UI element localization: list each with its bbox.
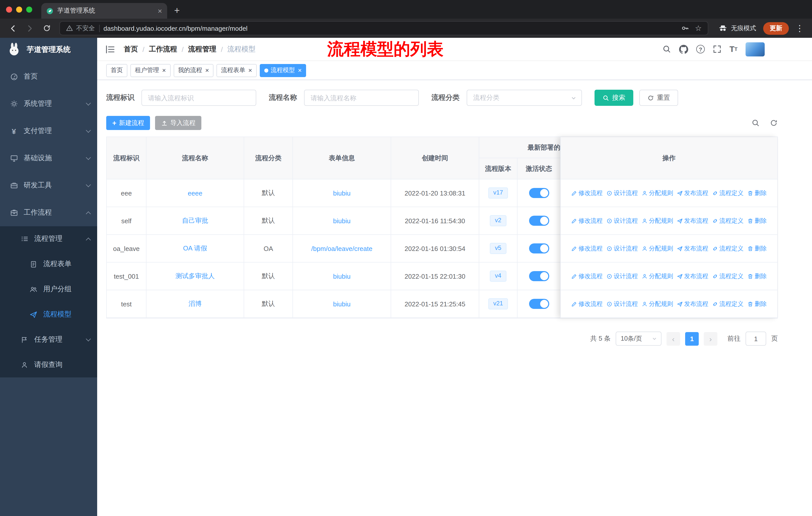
close-icon[interactable]: ×: [205, 67, 209, 74]
close-icon[interactable]: ×: [162, 67, 166, 74]
sidebar-item-process-model[interactable]: 流程模型: [0, 302, 97, 327]
process-name-link[interactable]: 测试多审批人: [175, 272, 215, 281]
sidebar-item-devtools[interactable]: 研发工具: [0, 172, 97, 199]
address-bar[interactable]: 不安全 dashboard.yudao.iocoder.cn/bpm/manag…: [59, 21, 708, 35]
macos-close-button[interactable]: [6, 6, 12, 12]
action-edit-link[interactable]: 修改流程: [571, 189, 603, 197]
process-name-link[interactable]: 自己审批: [182, 216, 208, 225]
security-warning[interactable]: 不安全: [66, 24, 95, 32]
new-tab-button[interactable]: +: [174, 5, 180, 16]
next-page-button[interactable]: ›: [704, 332, 717, 346]
prev-page-button[interactable]: ‹: [667, 332, 680, 346]
refresh-table-icon[interactable]: [770, 119, 778, 127]
sidebar-item-process-mgmt[interactable]: 流程管理: [0, 226, 97, 251]
reload-button[interactable]: [39, 21, 54, 35]
back-button[interactable]: [5, 21, 20, 35]
action-delete-link[interactable]: 删除: [748, 189, 767, 197]
font-size-icon[interactable]: TT: [729, 45, 737, 53]
action-publish-link[interactable]: 发布流程: [677, 300, 708, 308]
close-icon[interactable]: ×: [298, 67, 302, 74]
sidebar-item-system[interactable]: 系统管理: [0, 90, 97, 117]
category-select[interactable]: 流程分类: [467, 90, 582, 106]
action-design-link[interactable]: 设计流程: [607, 300, 638, 308]
action-assign-link[interactable]: 分配规则: [642, 189, 673, 197]
form-info-link[interactable]: biubiu: [333, 300, 350, 308]
action-delete-link[interactable]: 删除: [748, 216, 767, 225]
sidebar-item-task-mgmt[interactable]: 任务管理: [0, 327, 97, 352]
action-edit-link[interactable]: 修改流程: [571, 244, 603, 253]
process-key-input[interactable]: [141, 90, 256, 106]
close-icon[interactable]: ×: [248, 67, 252, 74]
action-definition-link[interactable]: 流程定义: [712, 244, 744, 253]
action-design-link[interactable]: 设计流程: [607, 272, 638, 280]
action-assign-link[interactable]: 分配规则: [642, 244, 673, 253]
password-key-icon[interactable]: [681, 24, 689, 32]
view-tab[interactable]: 首页: [106, 64, 127, 77]
view-tab[interactable]: 我的流程×: [173, 64, 213, 77]
form-info-link[interactable]: biubiu: [333, 272, 350, 280]
process-name-link[interactable]: 滔博: [188, 299, 202, 308]
breadcrumb-item[interactable]: 流程管理: [188, 45, 216, 54]
import-process-button[interactable]: 导入流程: [155, 116, 201, 130]
page-size-select[interactable]: 10条/页: [616, 332, 662, 346]
breadcrumb-item[interactable]: 首页: [124, 45, 138, 54]
form-info-link[interactable]: biubiu: [333, 189, 350, 197]
action-definition-link[interactable]: 流程定义: [712, 300, 744, 308]
user-avatar[interactable]: [746, 42, 765, 56]
view-tab[interactable]: 租户管理×: [130, 64, 170, 77]
reset-button[interactable]: 重置: [639, 90, 678, 106]
fullscreen-icon[interactable]: [713, 45, 721, 53]
sidebar-item-user-group[interactable]: 用户分组: [0, 277, 97, 302]
search-icon[interactable]: [663, 45, 671, 53]
help-icon[interactable]: ?: [696, 45, 705, 53]
bookmark-star-icon[interactable]: ☆: [695, 24, 702, 33]
macos-minimize-button[interactable]: [16, 6, 22, 12]
action-edit-link[interactable]: 修改流程: [571, 300, 603, 308]
browser-tab[interactable]: 芋道管理系统 ×: [41, 3, 167, 19]
action-assign-link[interactable]: 分配规则: [642, 216, 673, 225]
page-number-1[interactable]: 1: [685, 332, 699, 346]
action-delete-link[interactable]: 删除: [748, 244, 767, 253]
process-name-link[interactable]: eeee: [188, 189, 202, 197]
form-info-link[interactable]: biubiu: [333, 217, 350, 224]
browser-menu-icon[interactable]: ⋮: [795, 23, 804, 33]
view-tab[interactable]: 流程模型×: [260, 64, 306, 77]
goto-page-input[interactable]: [746, 332, 766, 346]
action-design-link[interactable]: 设计流程: [607, 244, 638, 253]
activation-toggle[interactable]: [529, 243, 549, 253]
toggle-search-icon[interactable]: [752, 119, 760, 127]
url-text[interactable]: dashboard.yudao.iocoder.cn/bpm/manager/m…: [104, 24, 677, 32]
activation-toggle[interactable]: [529, 216, 549, 226]
action-edit-link[interactable]: 修改流程: [571, 216, 603, 225]
action-publish-link[interactable]: 发布流程: [677, 216, 708, 225]
action-delete-link[interactable]: 删除: [748, 300, 767, 308]
process-name-link[interactable]: OA 请假: [183, 244, 207, 253]
action-assign-link[interactable]: 分配规则: [642, 272, 673, 280]
macos-zoom-button[interactable]: [26, 6, 32, 12]
update-button[interactable]: 更新: [763, 22, 789, 34]
action-edit-link[interactable]: 修改流程: [571, 272, 603, 280]
action-publish-link[interactable]: 发布流程: [677, 189, 708, 197]
sidebar-item-leave-query[interactable]: 请假查询: [0, 352, 97, 377]
activation-toggle[interactable]: [529, 271, 549, 281]
process-name-input[interactable]: [304, 90, 419, 106]
sidebar-item-process-form[interactable]: 流程表单: [0, 251, 97, 277]
action-design-link[interactable]: 设计流程: [607, 216, 638, 225]
action-design-link[interactable]: 设计流程: [607, 189, 638, 197]
create-process-button[interactable]: + 新建流程: [106, 116, 150, 130]
view-tab[interactable]: 流程表单×: [216, 64, 257, 77]
github-icon[interactable]: [679, 45, 688, 54]
action-assign-link[interactable]: 分配规则: [642, 300, 673, 308]
tab-close-icon[interactable]: ×: [157, 7, 162, 15]
activation-toggle[interactable]: [529, 299, 549, 309]
sidebar-item-home[interactable]: 首页: [0, 63, 97, 90]
sidebar-item-payment[interactable]: ¥ 支付管理: [0, 117, 97, 145]
action-publish-link[interactable]: 发布流程: [677, 272, 708, 280]
activation-toggle[interactable]: [529, 188, 549, 198]
forward-button[interactable]: [22, 21, 37, 35]
app-logo[interactable]: 芋道管理系统: [0, 38, 97, 61]
action-delete-link[interactable]: 删除: [748, 272, 767, 280]
sidebar-item-workflow[interactable]: 工作流程: [0, 199, 97, 226]
form-info-link[interactable]: /bpm/oa/leave/create: [311, 245, 373, 252]
action-definition-link[interactable]: 流程定义: [712, 272, 744, 280]
